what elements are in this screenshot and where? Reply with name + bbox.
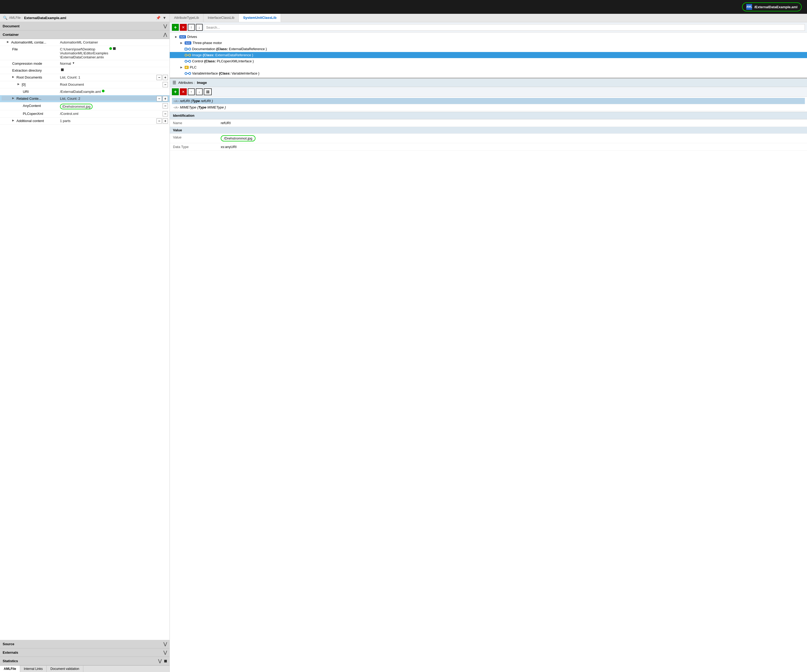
panel-header: 🔍 AMLFile : ExternalDataExample.aml 📌 ▼ [0, 14, 169, 22]
table-row[interactable]: File C:\Users\josef\Desktop\AutomationML… [0, 46, 169, 60]
attr-row-mimetype[interactable]: <A> MIMEType {Type MIMEType } [172, 104, 805, 111]
tree-item-documentation[interactable]: Documentation {Class: ExternalDataRefere… [170, 46, 807, 52]
statistics-section-header[interactable]: Statistics ⋁ [0, 657, 169, 665]
tab-amlfile[interactable]: AMLFile [0, 665, 20, 672]
identification-panel: Identification Name refURI Value Value /… [170, 112, 807, 672]
tree-item-variable-interface[interactable]: VariableInterface {Class: VariableInterf… [170, 70, 807, 76]
attr-row-refuri[interactable]: <A> refURI {Type refURI } [172, 98, 805, 104]
left-panel: 🔍 AMLFile : ExternalDataExample.aml 📌 ▼ … [0, 14, 170, 672]
container-section-header[interactable]: Container ⋀ [0, 30, 169, 39]
dropdown-icon[interactable]: ▼ [72, 61, 75, 65]
attr-delete-button[interactable]: ✕ [180, 88, 187, 95]
suc-badge: SUC [179, 35, 186, 38]
aml-file-icon: AML [746, 4, 752, 10]
plus-button[interactable]: + [163, 75, 168, 80]
table-row: Name refURI [170, 119, 807, 127]
attr-up-button[interactable]: ↑ [188, 88, 195, 95]
tree-item-image[interactable]: Image {Class: ExternalDataReference } [170, 52, 807, 58]
expand-icon[interactable]: ▶ [180, 66, 184, 69]
table-row[interactable]: ▶ Related Conte... List, Count: 2 − + [0, 95, 169, 103]
container-collapse-icon[interactable]: ⋀ [163, 32, 167, 37]
tree-item-label: Three-phase motor [193, 41, 222, 45]
minus-button[interactable]: − [163, 111, 168, 116]
expand-icon[interactable]: ▶ [180, 41, 184, 44]
minus-button[interactable]: − [156, 96, 162, 101]
id-key-value: Value [170, 134, 218, 143]
main-layout: 🔍 AMLFile : ExternalDataExample.aml 📌 ▼ … [0, 14, 807, 672]
table-row[interactable]: ▶ Root Documents List, Count: 1 − + [0, 74, 169, 81]
add-button[interactable]: + [172, 24, 179, 31]
attr-add-button[interactable]: + [172, 88, 179, 95]
plus-button[interactable]: + [163, 96, 168, 101]
externals-collapse-icon[interactable]: ⋁ [163, 650, 167, 655]
tab-system-unit-class-lib[interactable]: SystemUnitClassLib [239, 14, 281, 22]
attributes-title: Image [197, 81, 207, 85]
externals-section-label: Externals [3, 650, 18, 654]
down-button[interactable]: ↓ [196, 24, 203, 31]
minus-button[interactable]: − [156, 118, 162, 124]
source-section-header[interactable]: Source ⋁ [0, 640, 169, 649]
circled-value: /Drehstrommot.jpg [60, 104, 93, 109]
statistics-collapse-icon[interactable]: ⋁ [158, 659, 161, 664]
source-collapse-icon[interactable]: ⋁ [163, 642, 167, 647]
expand-arrow-icon[interactable]: ▶ [7, 40, 11, 43]
suc-badge: SUC [184, 41, 191, 45]
tabs-row: AttributeTypeLib InterfaceClassLib Syste… [170, 14, 807, 22]
delete-button[interactable]: ✕ [180, 24, 187, 31]
document-section-header[interactable]: Document ⋁ [0, 22, 169, 30]
table-row[interactable]: ▶ AutomationML contai... AutomationML Co… [0, 39, 169, 46]
attr-down-button[interactable]: ↓ [196, 88, 203, 95]
tree-item-label: Image {Class: ExternalDataReference } [192, 53, 253, 57]
search-icon[interactable]: 🔍 [3, 15, 7, 20]
tree-item-three-phase-motor[interactable]: ▶ SUC Three-phase motor [170, 40, 807, 46]
status-dot-green [109, 47, 112, 50]
toolbar-row: + ✕ ↑ ↓ [170, 22, 807, 33]
container-section-label: Container [3, 33, 19, 37]
table-row[interactable]: Compression mode Normal ▼ [0, 60, 169, 67]
plus-button[interactable]: + [163, 118, 168, 124]
expand-icon[interactable]: ▶ [175, 35, 179, 38]
tree-item-label: Control {Class: PLCopenXMLInterface } [192, 59, 254, 63]
tab-attribute-type-lib[interactable]: AttributeTypeLib [170, 14, 203, 22]
table-row[interactable]: URI /ExternalDataExample.aml [0, 88, 169, 95]
minus-button[interactable]: − [163, 103, 168, 108]
top-bar: AML /ExternalDataExample.aml [0, 0, 807, 14]
right-panel: AttributeTypeLib InterfaceClassLib Syste… [170, 14, 807, 672]
table-row[interactable]: ▶ Additional content 1 parts − + [0, 118, 169, 125]
document-collapse-icon[interactable]: ⋁ [163, 23, 167, 29]
attr-label: refURI {Type refURI } [180, 99, 213, 103]
value-section-label: Value [170, 127, 807, 134]
grid-view-button[interactable] [204, 88, 212, 95]
pin-icon[interactable]: 📌 [156, 15, 161, 20]
expand-arrow-icon[interactable]: ▶ [18, 83, 21, 85]
tree-item-label: VariableInterface {Class: VariableInterf… [192, 71, 259, 75]
tab-document-validation[interactable]: Document validation [46, 665, 83, 672]
id-value-datatype: xs:anyURI [218, 143, 807, 151]
dropdown-arrow-icon[interactable]: ▼ [162, 15, 167, 20]
document-section-label: Document [3, 24, 20, 28]
table-row[interactable]: ▶ [0] Root Document − [0, 81, 169, 88]
attributes-toolbar: + ✕ ↑ ↓ [170, 87, 807, 97]
up-button[interactable]: ↑ [188, 24, 195, 31]
search-input[interactable] [204, 24, 805, 31]
attr-list-icon: ☰ [173, 80, 176, 85]
table-row: Value /Drehstrommot.jpg [170, 134, 807, 143]
tree-item-drives[interactable]: ▶ SUC Drives [170, 34, 807, 40]
minus-button[interactable]: − [163, 82, 168, 87]
ie-badge: IE [184, 66, 189, 69]
expand-arrow-icon[interactable]: ▶ [12, 119, 16, 122]
expand-arrow-icon[interactable]: ▶ [12, 96, 16, 100]
minus-button[interactable]: − [156, 75, 162, 80]
expand-arrow-icon[interactable]: ▶ [12, 75, 16, 78]
statistics-section-label: Statistics [3, 659, 18, 663]
tab-internal-links[interactable]: Internal Links [20, 665, 46, 672]
table-row[interactable]: AnyContent /Drehstrommot.jpg − [0, 103, 169, 110]
statistics-icon [164, 660, 167, 662]
table-row[interactable]: Extraction directory [0, 67, 169, 74]
id-key-datatype: Data Type [170, 143, 218, 151]
externals-section-header[interactable]: Externals ⋁ [0, 649, 169, 657]
tree-item-control[interactable]: Control {Class: PLCopenXMLInterface } [170, 58, 807, 64]
table-row[interactable]: PLCopenXml /Control.xml − [0, 110, 169, 118]
tab-interface-class-lib[interactable]: InterfaceClassLib [203, 14, 239, 22]
tree-item-plc[interactable]: ▶ IE PLC [170, 64, 807, 70]
